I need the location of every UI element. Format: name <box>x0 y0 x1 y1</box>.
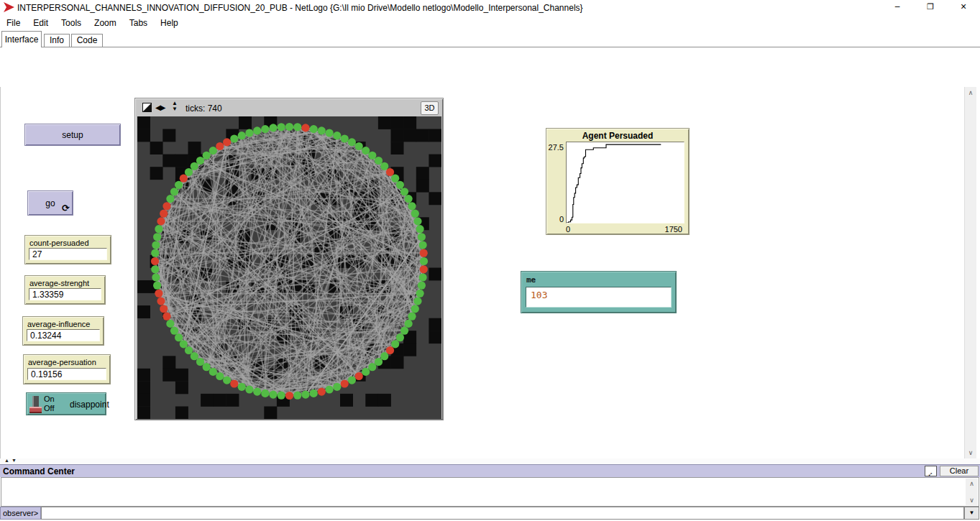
output-scrollbar[interactable]: ∧ ∨ <box>966 479 978 505</box>
canvas-vertical-scrollbar[interactable]: ∧ ∨ <box>964 87 976 458</box>
setup-button-label: setup <box>62 130 83 140</box>
monitor-label: average-influence <box>27 320 104 328</box>
disappoint-switch[interactable]: On Off disappoint <box>26 392 106 415</box>
arrow-down-icon: ▼ <box>172 106 178 112</box>
menu-tools[interactable]: Tools <box>55 15 88 28</box>
monitor-label: average-persuation <box>28 358 110 366</box>
go-button[interactable]: go ⟳ <box>27 190 73 216</box>
splitter-handle-icon[interactable]: ▲▼ <box>4 458 19 463</box>
forever-icon: ⟳ <box>62 203 70 213</box>
setup-button[interactable]: setup <box>24 124 121 146</box>
menu-file[interactable]: File <box>0 15 27 28</box>
monitor-count-persuaded: count-persuaded 27 <box>24 235 111 264</box>
close-icon: × <box>961 1 966 12</box>
plot-xmax-label: 1750 <box>665 225 682 234</box>
monitor-value: 27 <box>29 248 107 260</box>
tab-interface[interactable]: Interface <box>1 31 42 47</box>
plot-ymax-label: 27.5 <box>546 143 564 152</box>
input-box-label: me <box>526 275 536 285</box>
observer-prompt-label[interactable]: observer> <box>0 507 41 520</box>
pan-horizontal-icon[interactable]: ◀▶ <box>155 103 165 111</box>
command-center-header: Command Center ↕ Clear <box>0 464 980 477</box>
pan-vertical-icon[interactable]: ▲ ▼ <box>170 101 179 112</box>
monitor-value: 0.13244 <box>27 329 100 341</box>
world-view-canvas[interactable] <box>137 116 441 419</box>
ticks-counter: ticks: 740 <box>186 103 222 114</box>
menu-bar: FileEditToolsZoomTabsHelp <box>0 15 980 31</box>
command-center-output[interactable]: ∧ ∨ <box>1 477 979 507</box>
scroll-down-icon[interactable]: ∨ <box>965 449 976 456</box>
world-view-body[interactable] <box>137 116 441 419</box>
scroll-up-icon[interactable]: ∧ <box>966 480 978 487</box>
world-view-header: ◀▶ ▲ ▼ ticks: 740 3D <box>137 100 441 116</box>
command-center-expand-button[interactable]: ↕ <box>925 466 937 476</box>
tab-info[interactable]: Info <box>44 34 70 47</box>
monitor-average-influence: average-influence 0.13244 <box>22 316 104 346</box>
switch-name-label: disappoint <box>70 400 109 410</box>
minimize-button[interactable]: – <box>881 0 914 14</box>
scroll-up-icon[interactable]: ∧ <box>965 89 976 96</box>
view-3d-button[interactable]: 3D <box>421 101 439 115</box>
go-button-label: go <box>45 198 55 208</box>
plot-ymin-label: 0 <box>546 215 564 223</box>
me-input-box: me 103 <box>521 271 677 313</box>
command-center-splitter[interactable]: ▲▼ <box>0 458 980 464</box>
plot-area <box>566 142 684 223</box>
dropdown-arrow-icon: ▼ <box>969 510 975 516</box>
interface-toolbar: ✎ Edit Delete + Add *abc Button ▼ normal… <box>0 47 980 87</box>
plot-canvas <box>567 142 684 223</box>
menu-edit[interactable]: Edit <box>27 15 55 28</box>
switch-handle[interactable] <box>29 407 42 413</box>
minimize-icon: – <box>895 1 900 11</box>
command-center-prompt-row: observer> ▼ <box>0 507 980 520</box>
tab-code[interactable]: Code <box>71 34 103 47</box>
reset-perspective-icon[interactable] <box>142 103 152 112</box>
window-title: INTERPERSONAL_CHANNELS_INNOVATION_DIFFUS… <box>17 3 583 13</box>
command-center-title: Command Center <box>3 466 75 476</box>
netlogo-logo-icon <box>4 2 14 12</box>
menu-help[interactable]: Help <box>154 15 185 28</box>
restore-icon: ❐ <box>927 2 934 11</box>
plot-agent-persuaded: Agent Persuaded 27.5 0 0 1750 <box>546 128 690 235</box>
scroll-down-icon[interactable]: ∨ <box>966 497 978 504</box>
monitor-label: average-strenght <box>29 279 105 287</box>
plot-title: Agent Persuaded <box>546 131 689 141</box>
netlogo-window: { "window": { "title": "INTERPERSONAL_CH… <box>0 0 980 521</box>
world-view[interactable]: ◀▶ ▲ ▼ ticks: 740 3D <box>134 98 444 420</box>
clear-button[interactable]: Clear <box>940 466 979 476</box>
restore-button[interactable]: ❐ <box>914 0 947 14</box>
title-bar: INTERPERSONAL_CHANNELS_INNOVATION_DIFFUS… <box>0 0 980 14</box>
interface-canvas: setup go ⟳ count-persuaded 27 average-st… <box>0 87 964 458</box>
menu-zoom[interactable]: Zoom <box>88 15 123 28</box>
switch-off-label: Off <box>44 404 55 413</box>
plot-xmin-label: 0 <box>566 225 570 234</box>
prompt-context-dropdown[interactable]: ▼ <box>964 507 979 520</box>
monitor-label: count-persuaded <box>29 239 111 247</box>
monitor-value: 1.33359 <box>29 288 101 300</box>
switch-on-label: On <box>44 395 55 404</box>
monitor-value: 0.19156 <box>27 368 106 380</box>
monitor-average-strenght: average-strenght 1.33359 <box>24 275 106 305</box>
close-button[interactable]: × <box>947 0 980 14</box>
switch-on-off-labels: On Off <box>44 395 55 413</box>
command-input[interactable] <box>41 507 964 520</box>
monitor-average-persuation: average-persuation 0.19156 <box>23 354 111 384</box>
menu-tabs[interactable]: Tabs <box>123 15 154 28</box>
input-box-field[interactable]: 103 <box>526 287 672 308</box>
